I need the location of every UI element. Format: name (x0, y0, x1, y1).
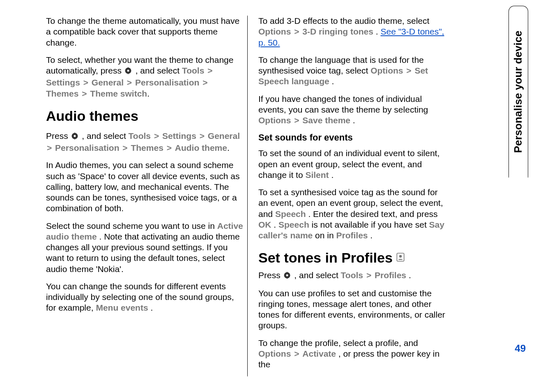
paragraph: You can use profiles to set and customis… (258, 288, 449, 331)
body-text: . (376, 27, 381, 36)
section-tab-label: Personalise your device (512, 31, 525, 153)
paragraph: To change the profile, select a profile,… (258, 338, 449, 370)
paragraph: In Audio themes, you can select a sound … (46, 160, 243, 214)
chevron-right-icon: > (153, 131, 160, 141)
chevron-right-icon: > (202, 78, 208, 87)
svg-point-10 (286, 274, 288, 277)
body-text: , and select (82, 131, 128, 141)
body-text: . (331, 170, 334, 180)
paragraph: Press , and select Tools > Settings > Ge… (46, 131, 243, 154)
menu-path-item: Options (258, 349, 291, 358)
body-text: If you have changed the tones of individ… (258, 94, 428, 114)
menu-key-icon (124, 67, 133, 77)
heading-row: Set tones in Profiles (258, 250, 449, 266)
menu-key-icon (71, 132, 80, 143)
heading-set-sounds-for-events: Set sounds for events (258, 132, 449, 143)
menu-path-item: Settings (162, 131, 196, 141)
paragraph: Press , and select Tools > Profiles . (258, 270, 449, 282)
right-column: To add 3-D effects to the audio theme, s… (247, 16, 449, 376)
menu-path-item: Silent (305, 170, 329, 180)
section-tab: Personalise your device (508, 6, 528, 178)
menu-path-item: OK (258, 220, 272, 229)
menu-path-item: Options (258, 27, 291, 36)
menu-path-item: Activate (302, 349, 336, 358)
chevron-right-icon: > (81, 89, 87, 98)
body-text: You can use profiles to set and customis… (258, 288, 445, 330)
body-text: Press (258, 270, 283, 280)
paragraph: To change the language that is used for … (258, 55, 449, 87)
svg-rect-12 (287, 277, 288, 279)
content-area: To change the theme automatically, you m… (0, 0, 460, 376)
body-text: To add 3-D effects to the audio theme, s… (258, 16, 429, 25)
chevron-right-icon: > (207, 66, 213, 75)
body-text: Press (46, 131, 71, 141)
paragraph: Select the sound scheme you want to use … (46, 221, 243, 274)
body-text: Select the sound scheme you want to use … (46, 221, 217, 231)
paragraph: To change the theme automatically, you m… (46, 16, 243, 48)
menu-path-item: Tools (129, 131, 151, 141)
svg-rect-6 (74, 132, 75, 134)
body-text: . (274, 220, 278, 229)
chevron-right-icon: > (166, 143, 173, 152)
body-text: . (150, 303, 153, 312)
body-text: To set the sound of an individual event … (258, 148, 439, 180)
menu-path-item: General (92, 78, 124, 87)
paragraph: To set the sound of an individual event … (258, 148, 449, 180)
menu-path-item: Profiles (375, 270, 406, 280)
chevron-right-icon: > (293, 115, 300, 125)
body-text: , and select (136, 66, 182, 75)
menu-path-item: Profiles (336, 231, 368, 240)
svg-point-8 (399, 255, 402, 258)
chevron-right-icon: > (366, 270, 372, 280)
left-column: To change the theme automatically, you m… (46, 16, 247, 376)
menu-path-item: Tools (182, 66, 204, 75)
chevron-right-icon: > (122, 143, 128, 152)
svg-point-5 (74, 135, 76, 137)
menu-path-item: Options (370, 66, 403, 75)
page-number: 49 (515, 343, 526, 354)
body-text: on in (315, 231, 336, 240)
menu-path-item: Tools (341, 270, 363, 280)
menu-path-item: Personalisation (135, 78, 199, 87)
menu-path-item: Themes (46, 89, 78, 98)
body-text: . (409, 270, 411, 280)
svg-rect-11 (287, 272, 288, 273)
chevron-right-icon: > (83, 78, 89, 87)
body-text: To change the profile, select a profile,… (258, 338, 418, 348)
chevron-right-icon: > (46, 143, 53, 152)
menu-path-item: Themes (131, 143, 163, 152)
paragraph: To set a synthesised voice tag as the so… (258, 187, 449, 241)
menu-path-item: Personalisation (55, 143, 119, 152)
menu-path-item: Menu events (96, 303, 148, 312)
menu-path-item: Speech (278, 220, 309, 229)
heading-set-tones-in-profiles: Set tones in Profiles (258, 250, 393, 266)
svg-rect-3 (128, 73, 129, 74)
chevron-right-icon: > (293, 349, 300, 358)
menu-path-item: 3-D ringing tones (302, 27, 373, 36)
profiles-icon (395, 252, 407, 264)
paragraph: You can change the sounds for different … (46, 281, 243, 314)
menu-key-icon (283, 271, 292, 282)
menu-path-item: Speech (275, 209, 306, 219)
menu-path-item: Options (258, 115, 291, 125)
paragraph: To add 3-D effects to the audio theme, s… (258, 16, 449, 48)
svg-rect-2 (128, 67, 129, 69)
svg-point-1 (127, 70, 129, 72)
menu-path-item: Audio theme (175, 143, 227, 152)
body-text: . (332, 76, 334, 86)
svg-rect-7 (74, 138, 75, 139)
menu-path-item: Settings (46, 78, 80, 87)
menu-path-item: General (208, 131, 240, 141)
paragraph: If you have changed the tones of individ… (258, 94, 449, 126)
body-text: In Audio themes, you can select a sound … (46, 160, 239, 213)
body-text: To change the theme automatically, you m… (46, 16, 239, 47)
heading-audio-themes: Audio themes (46, 108, 243, 124)
chevron-right-icon: > (126, 78, 133, 87)
body-text: is not available if you have set (312, 220, 429, 229)
paragraph: To select, whether you want the theme to… (46, 55, 243, 99)
body-text: . Enter the desired text, and press (308, 209, 437, 219)
chevron-right-icon: > (199, 131, 205, 141)
menu-path-item: Save theme (302, 115, 350, 125)
chevron-right-icon: > (293, 27, 300, 36)
body-text: . (353, 115, 355, 125)
